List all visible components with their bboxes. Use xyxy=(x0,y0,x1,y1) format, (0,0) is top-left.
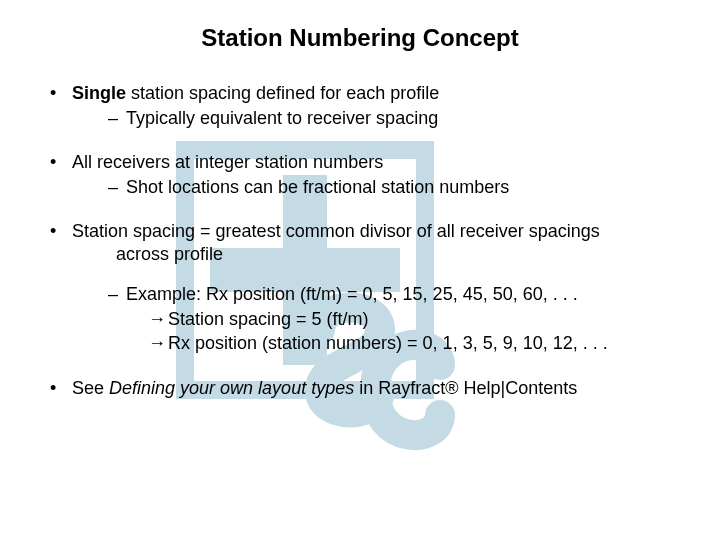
bullet-3-example: Example: Rx position (ft/m) = 0, 5, 15, … xyxy=(108,283,690,355)
slide-content: Station Numbering Concept Single station… xyxy=(0,0,720,540)
bullet-1-sub-1: Typically equivalent to receiver spacing xyxy=(108,107,690,130)
bullet-list: Single station spacing defined for each … xyxy=(0,82,720,399)
bullet-4-pre: See xyxy=(72,378,109,398)
bullet-3-derive-2: Rx position (station numbers) = 0, 1, 3,… xyxy=(148,332,690,355)
bullet-3-line1: Station spacing = greatest common diviso… xyxy=(72,221,600,241)
bullet-2: All receivers at integer station numbers… xyxy=(44,151,690,198)
bullet-1-strong: Single xyxy=(72,83,126,103)
bullet-1: Single station spacing defined for each … xyxy=(44,82,690,129)
slide-title: Station Numbering Concept xyxy=(0,0,720,82)
bullet-3-example-text: Example: Rx position (ft/m) = 0, 5, 15, … xyxy=(126,284,578,304)
bullet-4: See Defining your own layout types in Ra… xyxy=(44,377,690,400)
bullet-3-derive-1: Station spacing = 5 (ft/m) xyxy=(148,308,690,331)
bullet-4-italic: Defining your own layout types xyxy=(109,378,354,398)
bullet-2-text: All receivers at integer station numbers xyxy=(72,152,383,172)
bullet-3: Station spacing = greatest common diviso… xyxy=(44,220,690,355)
bullet-1-rest: station spacing defined for each profile xyxy=(126,83,439,103)
bullet-2-sub-1: Shot locations can be fractional station… xyxy=(108,176,690,199)
bullet-4-post: in Rayfract® Help|Contents xyxy=(354,378,577,398)
bullet-3-line2: across profile xyxy=(72,243,690,266)
